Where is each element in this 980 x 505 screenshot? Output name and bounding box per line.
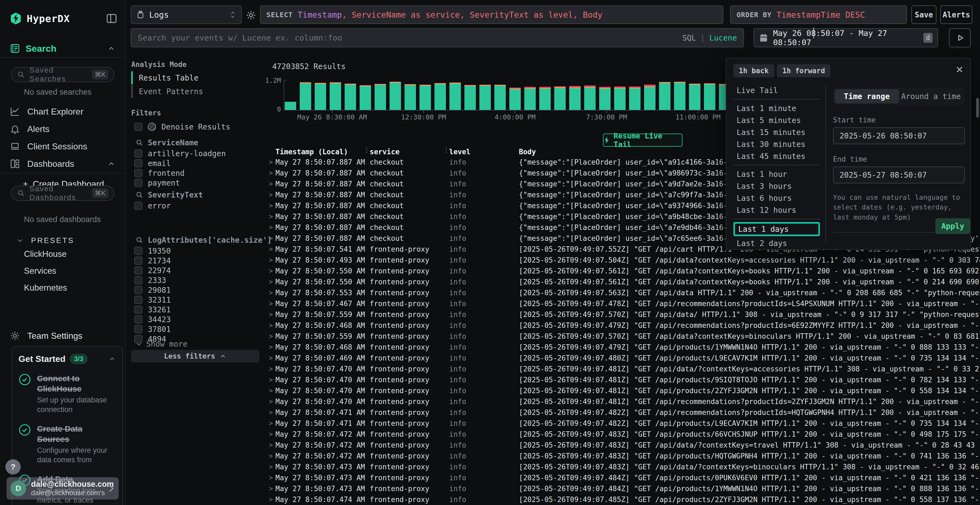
less-filters-button[interactable]: Less filters xyxy=(131,350,259,362)
filter-checkbox[interactable] xyxy=(134,202,142,210)
order-by-input[interactable]: ORDER BY TimestampTime DESC xyxy=(730,5,907,24)
histogram-bar[interactable] xyxy=(674,82,686,110)
row-expand-chevron-icon[interactable]: > xyxy=(269,191,275,199)
histogram-bar[interactable] xyxy=(285,102,296,110)
histogram-bar[interactable] xyxy=(330,82,341,110)
range-option[interactable]: Last 1 days xyxy=(733,222,820,236)
filter-option[interactable]: 37801 xyxy=(134,324,171,334)
filter-option[interactable]: 21734 xyxy=(134,256,171,265)
denoise-results-row[interactable]: Denoise Results xyxy=(134,122,230,132)
presets-toggle[interactable]: PRESETS xyxy=(0,233,125,248)
row-expand-chevron-icon[interactable]: > xyxy=(269,289,275,297)
search-icon[interactable] xyxy=(135,191,143,199)
sidebar-item-alerts[interactable]: Alerts xyxy=(0,121,125,137)
chevron-up-icon[interactable] xyxy=(107,160,115,168)
histogram-bar[interactable] xyxy=(599,87,611,110)
row-expand-chevron-icon[interactable]: > xyxy=(269,322,275,329)
sidebar-item-dashboards[interactable]: Dashboards xyxy=(0,156,125,172)
scrollbar-thumb[interactable] xyxy=(976,98,979,118)
histogram-bar[interactable] xyxy=(524,87,536,110)
source-select[interactable]: Logs xyxy=(130,5,242,24)
filter-checkbox[interactable] xyxy=(134,179,142,187)
filter-checkbox[interactable] xyxy=(134,325,142,333)
saved-dashboards-input[interactable]: Saved Dashboards ⌘K xyxy=(11,186,115,201)
row-expand-chevron-icon[interactable]: > xyxy=(269,180,275,188)
histogram-bar[interactable] xyxy=(704,83,715,110)
histogram-bar[interactable] xyxy=(465,85,476,110)
save-button[interactable]: Save xyxy=(912,5,937,24)
preset-clickhouse[interactable]: ClickHouse xyxy=(24,249,67,259)
filter-option[interactable]: 32311 xyxy=(134,295,171,305)
range-option[interactable]: Last 5 minutes xyxy=(733,114,820,126)
live-tail-option[interactable]: Live Tail xyxy=(733,84,820,96)
help-button[interactable]: ? xyxy=(5,459,21,475)
table-row[interactable]: >May 27 8:50:07.470 AMfrontend-proxyinfo… xyxy=(269,364,980,375)
time-range-input[interactable]: May 26 08:50:07 - May 27 08:50:07 d xyxy=(754,28,938,48)
table-row[interactable]: >May 27 8:50:07.559 AMfrontend-proxyinfo… xyxy=(269,331,980,342)
table-row[interactable]: >May 27 8:50:07.473 AMfrontend-proxyinfo… xyxy=(269,483,980,494)
run-query-button[interactable] xyxy=(949,28,971,48)
histogram-bar[interactable] xyxy=(390,82,401,110)
filter-option[interactable]: frontend xyxy=(134,168,185,178)
get-started-item[interactable]: Create Data SourcesConfigure where your … xyxy=(19,424,116,465)
sidebar-collapse-icon[interactable] xyxy=(106,14,117,24)
table-row[interactable]: >May 27 8:50:07.470 AMfrontend-proxyinfo… xyxy=(269,396,980,407)
range-option[interactable]: Last 30 minutes xyxy=(733,138,820,150)
table-row[interactable]: >May 27 8:50:07.493 AMfrontend-proxyinfo… xyxy=(269,255,980,265)
histogram-bar[interactable] xyxy=(509,87,521,110)
table-row[interactable]: >May 27 8:50:07.469 AMfrontend-proxyinfo… xyxy=(269,353,980,364)
row-expand-chevron-icon[interactable]: > xyxy=(269,409,275,416)
row-expand-chevron-icon[interactable]: > xyxy=(269,278,275,286)
table-row[interactable]: >May 27 8:50:07.470 AMfrontend-proxyinfo… xyxy=(269,385,980,396)
row-expand-chevron-icon[interactable]: > xyxy=(269,224,275,231)
filter-checkbox[interactable] xyxy=(134,159,142,167)
row-expand-chevron-icon[interactable]: > xyxy=(269,474,275,481)
filter-option[interactable]: payment xyxy=(134,178,180,188)
filter-option[interactable]: 22974 xyxy=(134,265,171,275)
row-expand-chevron-icon[interactable]: > xyxy=(269,213,275,221)
chevron-up-icon[interactable] xyxy=(107,44,115,52)
filter-checkbox[interactable] xyxy=(134,296,142,304)
table-row[interactable]: >May 27 8:50:07.553 AMfrontend-proxyinfo… xyxy=(269,287,980,298)
filter-option[interactable]: email xyxy=(134,158,171,168)
filter-checkbox[interactable] xyxy=(134,306,142,314)
preset-services[interactable]: Services xyxy=(24,266,56,276)
filter-option[interactable]: 29081 xyxy=(134,285,171,295)
search-icon[interactable] xyxy=(135,236,143,244)
row-expand-chevron-icon[interactable]: > xyxy=(269,169,275,177)
resume-live-tail-button[interactable]: Resume Live Tail xyxy=(603,133,682,147)
row-expand-chevron-icon[interactable]: > xyxy=(269,202,275,210)
table-row[interactable]: >May 27 8:50:07.473 AMfrontend-proxyinfo… xyxy=(269,462,980,472)
histogram-bar[interactable] xyxy=(554,86,566,110)
histogram-bar[interactable] xyxy=(494,85,506,110)
table-row[interactable]: >May 27 8:50:07.472 AMfrontend-proxyinfo… xyxy=(269,440,980,451)
denoise-checkbox[interactable] xyxy=(134,123,142,131)
range-option[interactable]: Last 12 hours xyxy=(733,204,820,216)
histogram-bar[interactable] xyxy=(345,84,356,110)
filter-checkbox[interactable] xyxy=(134,169,142,177)
forward-1h-button[interactable]: 1h forward xyxy=(777,64,830,77)
table-row[interactable]: >May 27 8:50:07.550 AMfrontend-proxyinfo… xyxy=(269,276,980,287)
histogram-chart[interactable] xyxy=(285,80,731,110)
histogram-bar[interactable] xyxy=(569,86,581,110)
row-expand-chevron-icon[interactable]: > xyxy=(269,354,275,362)
filter-checkbox[interactable] xyxy=(134,266,142,275)
filter-checkbox[interactable] xyxy=(134,315,142,324)
source-settings-gear-icon[interactable] xyxy=(245,10,256,21)
alerts-button[interactable]: Alerts xyxy=(940,5,972,24)
close-icon[interactable]: × xyxy=(956,62,963,77)
sidebar-item-client-sessions[interactable]: Client Sessions xyxy=(0,139,125,154)
row-expand-chevron-icon[interactable]: > xyxy=(269,419,275,427)
preset-kubernetes[interactable]: Kubernetes xyxy=(24,283,67,293)
start-time-input[interactable]: 2025-05-26 08:50:07 xyxy=(833,127,965,144)
row-expand-chevron-icon[interactable]: > xyxy=(269,235,275,242)
tab-time-range[interactable]: Time range xyxy=(835,89,899,103)
range-option[interactable]: Last 6 hours xyxy=(733,192,820,204)
search-input[interactable]: Search your events w/ Lucene ex. column:… xyxy=(130,28,744,48)
table-row[interactable]: >May 27 8:50:07.472 AMfrontend-proxyinfo… xyxy=(269,451,980,462)
range-option[interactable]: Last 15 minutes xyxy=(733,126,820,138)
select-clause-input[interactable]: SELECT Timestamp, ServiceName as service… xyxy=(260,5,723,24)
histogram-bar[interactable] xyxy=(420,85,431,110)
row-expand-chevron-icon[interactable]: > xyxy=(269,332,275,340)
filter-option[interactable]: 19350 xyxy=(134,246,171,256)
